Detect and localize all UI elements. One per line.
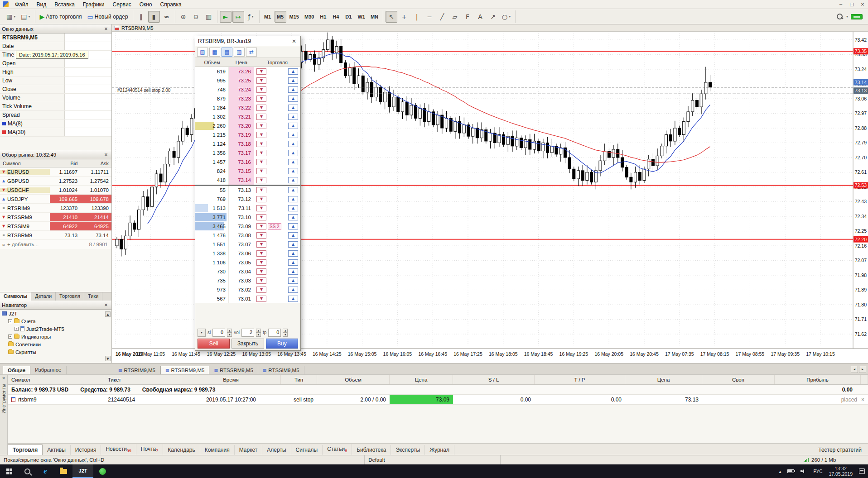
navigator-tab-0[interactable]: Общие: [3, 366, 30, 374]
dom-price-cell[interactable]: 73.21: [229, 112, 254, 121]
dom-price-cell[interactable]: 73.10: [229, 213, 254, 222]
sell-tick-button[interactable]: ▼: [256, 123, 266, 129]
market-watch-tab-3[interactable]: Тики: [84, 292, 102, 301]
dom-transfer[interactable]: ⇄: [246, 48, 257, 57]
taskbar-search-icon[interactable]: [18, 464, 36, 478]
buy-tick-button[interactable]: ▲: [288, 105, 298, 111]
buy-tick-button[interactable]: ▲: [288, 86, 298, 93]
sell-tick-button[interactable]: ▼: [256, 259, 266, 266]
market-watch-row[interactable]: ▲USDJPY109.665109.678: [0, 195, 111, 204]
buy-tick-button[interactable]: ▲: [288, 159, 298, 165]
sell-tick-button[interactable]: ▼: [256, 296, 266, 302]
toolbox-tab-10[interactable]: Статьи8: [323, 444, 352, 455]
horizontal-line[interactable]: ─: [424, 11, 435, 23]
buy-tick-button[interactable]: ▲: [288, 250, 298, 257]
dom-depth-view[interactable]: ▤: [222, 48, 232, 57]
tf-m1[interactable]: M1: [262, 11, 274, 23]
buy-tick-button[interactable]: ▲: [288, 277, 298, 284]
chart-candles[interactable]: ▮: [148, 11, 160, 23]
sell-tick-button[interactable]: ▼: [256, 241, 266, 248]
sell-button[interactable]: Sell: [198, 339, 230, 349]
dom-table-view[interactable]: ▦: [209, 48, 220, 57]
toolbox-tab-11[interactable]: Библиотека: [352, 445, 391, 455]
tf-h1[interactable]: H1: [317, 11, 329, 23]
toolbox-tab-1[interactable]: Активы: [43, 445, 71, 455]
menu-item-0[interactable]: Файл: [11, 0, 33, 9]
strategy-tester-tab[interactable]: Тестер стратегий: [812, 445, 868, 455]
auto-scroll[interactable]: ►: [220, 11, 231, 23]
order-row[interactable]: rtsbrm92124405142019.05.17 10:27:00sell …: [8, 395, 868, 405]
market-watch-row[interactable]: ▲GBPUSD1.275231.27542: [0, 177, 111, 186]
sell-tick-button[interactable]: ▼: [256, 105, 266, 111]
market-watch-row[interactable]: ▼USDCHF1.010241.01070: [0, 186, 111, 195]
toolbox-tab-5[interactable]: Календарь: [163, 445, 200, 455]
dom-onclick-view[interactable]: ▥: [234, 48, 245, 57]
fibonacci[interactable]: F: [462, 11, 473, 23]
zoom-in[interactable]: ⊕: [178, 11, 189, 23]
scroll-up-icon[interactable]: ▲: [105, 311, 111, 317]
sl-input[interactable]: 0: [212, 329, 225, 337]
tf-mn[interactable]: MN: [368, 11, 381, 23]
vol-decrement-icon[interactable]: ▼: [256, 333, 261, 337]
sell-tick-button[interactable]: ▼: [256, 277, 266, 284]
buy-tick-button[interactable]: ▲: [288, 214, 298, 220]
market-watch-row[interactable]: ▼RTSSRM92141021414: [0, 213, 111, 222]
sell-tick-button[interactable]: ▼: [256, 168, 266, 174]
dom-price-cell[interactable]: 73.01: [229, 294, 254, 303]
market-watch-add-symbol[interactable]: ▫+ добавить... 8 / 9901: [0, 240, 111, 249]
zoom-out[interactable]: ⊖: [190, 11, 202, 23]
navigator-tab-1[interactable]: Избранное: [30, 366, 66, 374]
search-icon[interactable]: [836, 13, 844, 20]
buy-tick-button[interactable]: ▲: [288, 268, 298, 275]
sell-tick-button[interactable]: ▼: [256, 250, 266, 257]
auto-trading[interactable]: ▶Авто-торговля: [38, 11, 84, 23]
toolbox-tab-4[interactable]: Почта7: [136, 444, 163, 455]
chart-tab-3[interactable]: ▦RTSSiM9,M5: [258, 366, 304, 374]
chart-tabs-scroll-left-icon[interactable]: ◂: [851, 366, 858, 373]
dom-price-cell[interactable]: 73.07: [229, 240, 254, 249]
dom-price-cell[interactable]: 73.20: [229, 121, 254, 130]
sell-tick-button[interactable]: ▼: [256, 205, 266, 211]
toolbar-overflow-caret[interactable]: ▾: [846, 14, 848, 19]
dom-chart-view[interactable]: ▧: [197, 48, 208, 57]
tf-m30[interactable]: M30: [302, 11, 316, 23]
tf-w1[interactable]: W1: [355, 11, 367, 23]
sell-tick-button[interactable]: ▼: [256, 114, 266, 120]
dom-price-cell[interactable]: 73.13: [229, 186, 254, 195]
buy-tick-button[interactable]: ▲: [288, 232, 298, 239]
dom-price-cell[interactable]: 73.25: [229, 76, 254, 85]
sell-tick-button[interactable]: ▼: [256, 223, 266, 229]
market-watch-tab-0[interactable]: Символы: [0, 292, 31, 301]
buy-tick-button[interactable]: ▲: [288, 177, 298, 183]
toolbox-tab-9[interactable]: Сигналы: [291, 445, 323, 455]
dom-price-cell[interactable]: 73.26: [229, 67, 254, 76]
tray-expand-icon[interactable]: ▴: [776, 464, 784, 478]
speaker-icon[interactable]: [797, 464, 810, 478]
dom-price-cell[interactable]: 73.06: [229, 249, 254, 258]
chart-line[interactable]: ≈: [161, 11, 173, 23]
maximize-button[interactable]: □: [846, 1, 857, 8]
sell-tick-button[interactable]: ▼: [256, 150, 266, 156]
tf-d1[interactable]: D1: [342, 11, 354, 23]
new-chart[interactable]: ▦▾: [4, 11, 18, 23]
sell-tick-button[interactable]: ▼: [256, 214, 266, 220]
sell-tick-button[interactable]: ▼: [256, 132, 266, 138]
notification-center-icon[interactable]: [856, 464, 868, 478]
menu-item-1[interactable]: Вид: [33, 0, 51, 9]
profiles[interactable]: ▤▾: [19, 11, 32, 23]
buy-tick-button[interactable]: ▲: [288, 259, 298, 266]
toolbox-tab-12[interactable]: Эксперты: [391, 445, 425, 455]
dom-price-cell[interactable]: 73.05: [229, 258, 254, 267]
minimize-button[interactable]: ─: [835, 1, 846, 8]
tree-expander-icon[interactable]: -: [8, 319, 12, 323]
tf-m15[interactable]: M15: [287, 11, 301, 23]
cursor[interactable]: ↖: [386, 11, 397, 23]
buy-tick-button[interactable]: ▲: [288, 141, 298, 147]
sell-tick-button[interactable]: ▼: [256, 196, 266, 202]
close-icon[interactable]: ×: [102, 302, 110, 307]
trendline[interactable]: ╱: [436, 11, 448, 23]
dom-price-cell[interactable]: 73.02: [229, 285, 254, 294]
start-button[interactable]: [0, 464, 18, 478]
navigator-tree-item[interactable]: +Индикаторы: [0, 333, 111, 340]
buy-tick-button[interactable]: ▲: [288, 296, 298, 302]
